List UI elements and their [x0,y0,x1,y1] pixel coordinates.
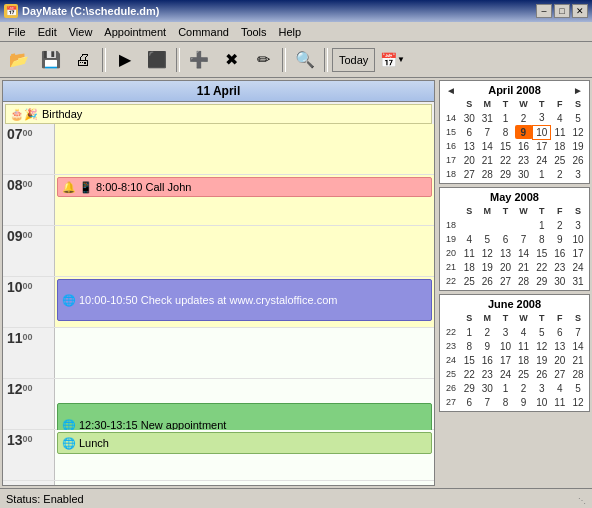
calendar-day[interactable]: 8 [460,339,478,353]
calendar-day[interactable]: 8 [533,232,551,246]
calendar-day[interactable]: 27 [551,367,569,381]
calendar-day[interactable]: 24 [496,367,514,381]
calendar-day[interactable]: 2 [515,111,533,125]
calendar-day[interactable]: 26 [533,367,551,381]
calendar-day[interactable]: 5 [569,381,587,395]
calendar-day[interactable]: 3 [496,325,514,339]
calendar-day[interactable]: 23 [515,153,533,167]
calendar-day[interactable]: 7 [478,125,496,139]
calendar-day[interactable]: 15 [533,246,551,260]
calendar-day[interactable]: 4 [551,111,569,125]
calendar-day[interactable]: 2 [551,167,569,181]
calendar-day[interactable]: 25 [551,153,569,167]
delete-button[interactable]: ✖ [216,46,246,74]
calendar-day[interactable]: 1 [533,167,551,181]
cal-scroll-area[interactable]: 🎂🎉 Birthday 07 0008 00🔔📱8:00-8:10 Call J… [3,102,434,485]
calendar-day[interactable]: 29 [460,381,478,395]
calendar-day[interactable]: 4 [551,381,569,395]
time-cell-11[interactable] [55,328,434,378]
calendar-day[interactable]: 6 [551,325,569,339]
time-cell-10[interactable]: 🌐10:00-10:50 Check updates at www.crysta… [55,277,434,327]
calendar-day[interactable]: 20 [460,153,478,167]
calendar-day[interactable]: 6 [496,232,514,246]
calendar-day[interactable]: 29 [496,167,514,181]
calendar-day[interactable]: 19 [478,260,496,274]
appointment-lunch[interactable]: 🌐Lunch [57,432,432,454]
calendar-day[interactable]: 25 [460,274,478,288]
calendar-day[interactable]: 30 [460,111,478,125]
calendar-day[interactable]: 11 [460,246,478,260]
calendar-day[interactable]: 4 [460,232,478,246]
calendar-day[interactable]: 14 [569,339,587,353]
calendar-day[interactable]: 30 [551,274,569,288]
time-cell-08[interactable]: 🔔📱8:00-8:10 Call John [55,175,434,225]
calendar-day[interactable] [460,218,478,232]
time-cell-14[interactable] [55,481,434,485]
calendar-day[interactable]: 5 [569,111,587,125]
menu-item-help[interactable]: Help [273,24,308,40]
calendar-day[interactable]: 28 [515,274,533,288]
calendar-day[interactable]: 10 [569,232,587,246]
calendar-day[interactable]: 3 [569,167,587,181]
calendar-day[interactable]: 1 [533,218,551,232]
calendar-day[interactable]: 7 [478,395,496,409]
calendar-day[interactable]: 24 [533,153,551,167]
calendar-day[interactable]: 9 [478,339,496,353]
calendar-day[interactable]: 22 [496,153,514,167]
calendar-day[interactable]: 18 [460,260,478,274]
calendar-day[interactable] [478,218,496,232]
time-cell-07[interactable] [55,124,434,174]
search-button[interactable]: 🔍 [290,46,320,74]
menu-item-appointment[interactable]: Appointment [98,24,172,40]
calendar-day[interactable]: 10 [496,339,514,353]
calendar-day[interactable]: 30 [478,381,496,395]
calendar-day[interactable]: 25 [515,367,533,381]
menu-item-tools[interactable]: Tools [235,24,273,40]
calendar-day[interactable]: 14 [515,246,533,260]
edit-button[interactable]: ✏ [248,46,278,74]
calendar-day[interactable]: 11 [551,125,569,139]
calendar-day[interactable]: 23 [551,260,569,274]
print-button[interactable]: 🖨 [68,46,98,74]
calendar-day[interactable]: 28 [569,367,587,381]
minimize-button[interactable]: – [536,4,552,18]
stop-button[interactable]: ⬛ [142,46,172,74]
calendar-day[interactable]: 13 [496,246,514,260]
calendar-day[interactable]: 8 [496,395,514,409]
calendar-day[interactable]: 2 [551,218,569,232]
calendar-day[interactable]: 15 [460,353,478,367]
calendar-day[interactable]: 6 [460,395,478,409]
menu-item-view[interactable]: View [63,24,99,40]
calendar-day[interactable]: 16 [515,139,533,153]
calendar-day[interactable]: 16 [478,353,496,367]
calendar-day[interactable]: 9 [515,395,533,409]
calendar-day[interactable]: 31 [569,274,587,288]
calendar-day[interactable]: 10 [533,125,551,139]
mini-cal-next-button[interactable]: ► [571,85,585,96]
calendar-day[interactable]: 15 [496,139,514,153]
calendar-day[interactable]: 7 [515,232,533,246]
resize-grip[interactable]: ⋱ [574,493,586,505]
calendar-day[interactable]: 26 [478,274,496,288]
calendar-day[interactable]: 5 [478,232,496,246]
calendar-day[interactable]: 4 [515,325,533,339]
appointment-call-john[interactable]: 🔔📱8:00-8:10 Call John [57,177,432,197]
menu-item-file[interactable]: File [2,24,32,40]
calendar-day[interactable]: 19 [533,353,551,367]
maximize-button[interactable]: □ [554,4,570,18]
calendar-day[interactable]: 12 [569,395,587,409]
calendar-day[interactable]: 7 [569,325,587,339]
calendar-day[interactable]: 1 [496,381,514,395]
calendar-day[interactable]: 13 [551,339,569,353]
add-button[interactable]: ➕ [184,46,214,74]
calendar-day[interactable]: 12 [533,339,551,353]
calendar-day[interactable]: 3 [569,218,587,232]
calendar-day[interactable]: 1 [460,325,478,339]
calendar-day[interactable]: 5 [533,325,551,339]
calendar-day[interactable]: 17 [496,353,514,367]
calendar-day[interactable]: 2 [478,325,496,339]
calendar-day[interactable]: 30 [515,167,533,181]
mini-cal-prev-button[interactable]: ◄ [444,85,458,96]
menu-item-edit[interactable]: Edit [32,24,63,40]
calendar-day[interactable]: 8 [496,125,514,139]
